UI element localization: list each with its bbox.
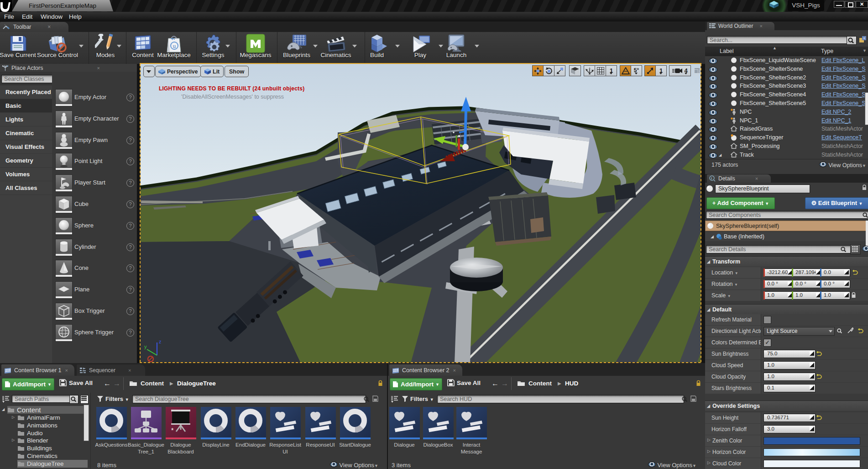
svg-text:u: u	[173, 42, 176, 49]
svg-text:*: *	[171, 427, 174, 434]
svg-text:i: i	[711, 176, 712, 180]
svg-text:z: z	[159, 339, 162, 344]
svg-text:+: +	[863, 36, 865, 41]
svg-text:y: y	[144, 344, 147, 349]
